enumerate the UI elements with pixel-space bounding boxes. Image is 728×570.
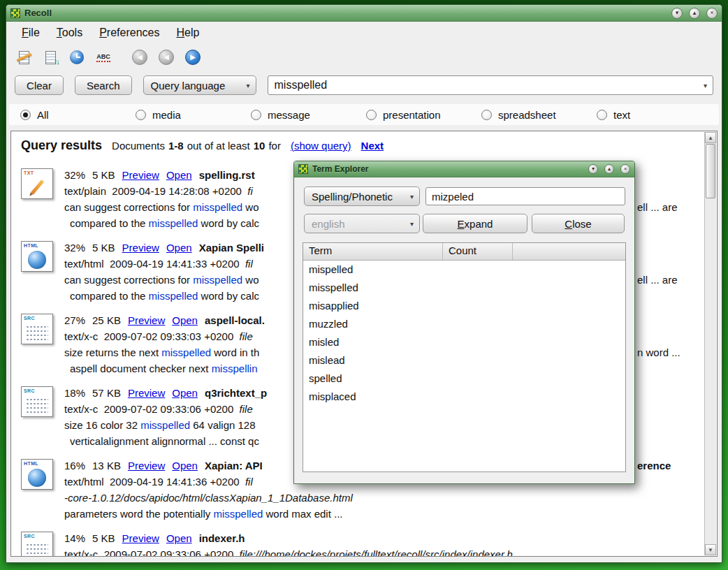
src-shape: [26, 397, 48, 413]
term-row[interactable]: mislead: [303, 351, 625, 370]
scroll-thumb[interactable]: [706, 144, 715, 198]
preview-link[interactable]: Preview: [128, 385, 165, 401]
url-fragment: fi: [247, 185, 253, 197]
match-term: misspelled: [193, 201, 242, 213]
abstract-text: word by calc: [198, 217, 259, 229]
spellcheck-icon[interactable]: ABC: [94, 48, 112, 66]
preview-link[interactable]: Preview: [128, 312, 165, 328]
file-glyph: [22, 175, 52, 198]
filter-message[interactable]: message: [251, 109, 366, 121]
filter-label: presentation: [383, 109, 441, 121]
clear-search-icon[interactable]: [15, 48, 33, 66]
match-term: misspelled: [193, 274, 242, 286]
open-link[interactable]: Open: [166, 530, 192, 546]
history-icon[interactable]: [68, 48, 86, 66]
open-link[interactable]: Open: [166, 240, 192, 256]
open-link[interactable]: Open: [172, 458, 198, 474]
column-header-count[interactable]: Count: [443, 243, 513, 260]
scroll-up-button[interactable]: ▲: [705, 132, 716, 143]
filter-label: media: [152, 109, 181, 121]
term-row[interactable]: misapplied: [303, 297, 625, 315]
search-bar: Clear Search Query language ▾ misspelled…: [6, 71, 722, 100]
term-input[interactable]: mizpeled: [425, 187, 625, 205]
term-cell: mispelled: [309, 263, 353, 275]
update-index-icon[interactable]: ↑↓: [41, 48, 59, 66]
query-language-select[interactable]: Query language ▾: [143, 75, 256, 95]
shade-button[interactable]: ▾: [588, 164, 598, 174]
term-row[interactable]: misplaced: [303, 388, 625, 406]
file-glyph: [22, 539, 52, 556]
expansion-mode-select[interactable]: Spelling/Phonetic ▾: [304, 187, 420, 206]
search-button[interactable]: Search: [75, 75, 132, 95]
shade-button[interactable]: ▾: [671, 8, 683, 19]
preview-link[interactable]: Preview: [122, 240, 159, 256]
filter-media[interactable]: media: [136, 109, 251, 121]
column-header-term[interactable]: Term: [303, 243, 443, 260]
file-size: 57 KB: [92, 385, 121, 401]
menu-preferences[interactable]: Preferences: [92, 24, 166, 42]
summary-part: Documents: [112, 140, 165, 152]
close-button[interactable]: ×: [706, 8, 718, 19]
doc-type-filter-row: Allmediamessagepresentationspreadsheette…: [9, 104, 719, 125]
term-cell: misapplied: [309, 300, 359, 312]
open-link[interactable]: Open: [166, 167, 192, 183]
preview-link[interactable]: Preview: [122, 167, 159, 183]
result-abstract-line: parameters word the potentially misspell…: [64, 506, 704, 522]
open-link[interactable]: Open: [172, 312, 198, 328]
clear-button[interactable]: Clear: [15, 75, 64, 95]
radio-icon: [20, 110, 31, 120]
search-input[interactable]: misspelled ▾: [268, 75, 713, 95]
results-scrollbar[interactable]: ▲ ▼: [704, 132, 716, 555]
next-page-link[interactable]: Next: [361, 140, 384, 152]
preview-link[interactable]: Preview: [128, 458, 165, 474]
menu-help[interactable]: Help: [169, 24, 206, 42]
mime-and-date: text/x-c 2009-07-02 09:33:03 +0200: [64, 330, 240, 342]
open-link[interactable]: Open: [172, 385, 198, 401]
filter-label: spreadsheet: [498, 109, 556, 121]
show-query-link[interactable]: (show query): [291, 140, 351, 152]
expand-button[interactable]: Expand: [423, 214, 527, 233]
file-size: 5 KB: [92, 167, 115, 183]
results-title: Query results: [21, 138, 102, 153]
match-term: misspelled: [161, 346, 211, 358]
url-fragment: file: [240, 403, 253, 415]
restore-button[interactable]: ▴: [604, 164, 614, 174]
filter-label: text: [613, 109, 630, 121]
result-abstract-line: -core-1.0.12/docs/apidoc/html/classXapia…: [64, 490, 704, 506]
close-button[interactable]: ×: [620, 164, 630, 174]
mime-and-date: text/x-c 2009-07-02 09:33:06 +0200: [64, 548, 240, 556]
nav-forward-icon[interactable]: ▶: [184, 48, 202, 66]
abstract-text: wo: [242, 274, 259, 286]
preview-link[interactable]: Preview: [122, 530, 159, 546]
nav-first-icon[interactable]: ◀: [131, 48, 149, 66]
term-row[interactable]: misspelled: [303, 279, 625, 297]
scroll-down-button[interactable]: ▼: [705, 544, 716, 555]
window-title: Recoll: [24, 8, 665, 18]
term-row[interactable]: muzzled: [303, 315, 625, 333]
menu-file[interactable]: File: [15, 24, 47, 42]
term-row[interactable]: misled: [303, 333, 625, 351]
mime-and-date: text/html 2009-04-19 14:41:36 +0200: [64, 476, 245, 488]
file-type-label: SRC: [24, 388, 35, 393]
restore-button[interactable]: ▴: [689, 8, 700, 19]
filter-spreadsheet[interactable]: spreadsheet: [481, 109, 597, 121]
filter-text[interactable]: text: [597, 109, 712, 121]
nav-back-icon[interactable]: ◀: [157, 48, 175, 66]
term-row[interactable]: mispelled: [303, 261, 625, 279]
close-button[interactable]: Close: [532, 214, 625, 233]
term-row[interactable]: spelled: [303, 370, 625, 388]
menu-tools[interactable]: Tools: [50, 24, 89, 42]
abstract-text: size 16 color 32: [64, 419, 140, 431]
abstract-text: size returns the next: [64, 346, 161, 358]
filter-all[interactable]: All: [20, 109, 136, 121]
term-rows: mispelledmisspelledmisappliedmuzzledmisl…: [303, 261, 625, 406]
html-shape: [28, 469, 46, 487]
src-shape: [26, 543, 48, 557]
txt-file-icon: TXT: [21, 168, 53, 199]
titlebar[interactable]: Recoll ▾ ▴ ×: [6, 5, 722, 22]
abstract-text: verticalalignment alignnormal ... const …: [70, 435, 259, 447]
term-table-header[interactable]: Term Count: [303, 243, 625, 261]
chevron-down-icon[interactable]: ▾: [701, 82, 710, 89]
filter-presentation[interactable]: presentation: [366, 109, 481, 121]
term-explorer-titlebar[interactable]: Term Explorer ▾ ▴ ×: [294, 161, 634, 177]
